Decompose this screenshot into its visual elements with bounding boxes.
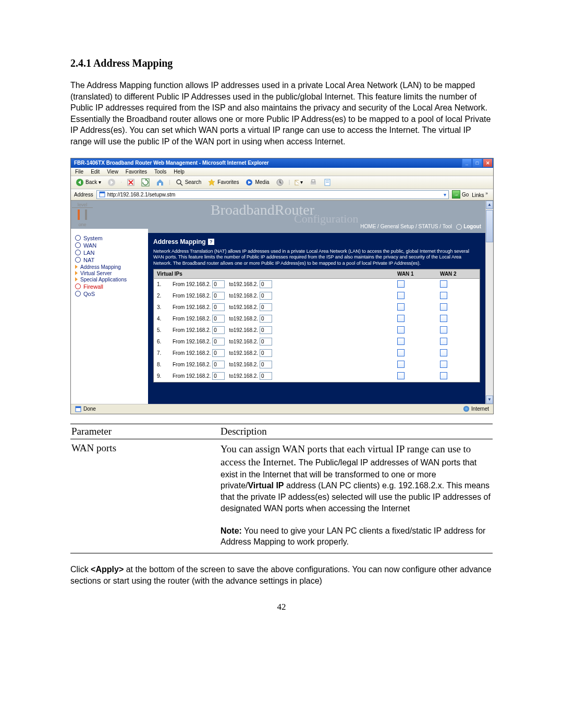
scroll-down-button[interactable]: ▼: [486, 396, 493, 404]
mail-button[interactable]: ▾: [293, 178, 304, 187]
wan1-checkbox[interactable]: [397, 280, 405, 288]
wan1-checkbox[interactable]: [397, 292, 405, 299]
minimize-button[interactable]: _: [462, 158, 472, 167]
scroll-thumb[interactable]: [486, 210, 493, 242]
wan2-checkbox[interactable]: [440, 326, 447, 334]
from-input[interactable]: 0: [212, 338, 225, 346]
window-title: FBR-1406TX Broadband Router Web Manageme…: [74, 160, 269, 166]
from-input[interactable]: 0: [212, 349, 225, 357]
row-number: 7.: [154, 348, 170, 359]
wan1-cell: [394, 371, 437, 382]
param-name: WAN ports: [70, 439, 219, 553]
param-desc: You can assign WAN ports that each virtu…: [219, 439, 493, 553]
sidebar-item-wan[interactable]: WAN: [75, 242, 145, 249]
sidebar-item-lan[interactable]: LAN: [75, 250, 145, 256]
to-input[interactable]: 0: [260, 349, 272, 357]
row-number: 3.: [154, 302, 170, 313]
wan2-checkbox[interactable]: [440, 292, 447, 299]
search-button[interactable]: Search: [174, 178, 203, 187]
to-input[interactable]: 0: [260, 361, 272, 368]
address-input[interactable]: http://192.168.2.1/setupw.stm ▾: [96, 190, 449, 199]
star-icon: [207, 178, 216, 187]
svg-rect-11: [312, 180, 315, 182]
to-input[interactable]: 0: [260, 326, 272, 334]
wan1-checkbox[interactable]: [397, 361, 405, 368]
wan2-checkbox[interactable]: [440, 303, 447, 311]
help-icon[interactable]: ?: [208, 239, 214, 245]
menu-file[interactable]: File: [75, 169, 83, 175]
sidebar-item-system[interactable]: System: [75, 235, 145, 241]
close-button[interactable]: ✕: [483, 158, 493, 167]
edit-button[interactable]: [322, 178, 334, 187]
svg-rect-4: [159, 183, 161, 186]
crumb-tool[interactable]: Tool: [443, 224, 452, 229]
col-wan2: WAN 2: [437, 269, 480, 278]
to-input[interactable]: 0: [260, 303, 272, 311]
wan2-checkbox[interactable]: [440, 280, 447, 288]
from-input[interactable]: 0: [212, 361, 225, 368]
wan2-checkbox[interactable]: [440, 315, 447, 322]
go-button[interactable]: → Go: [452, 190, 469, 199]
row-number: 8.: [154, 359, 170, 371]
favorites-button[interactable]: Favorites: [206, 178, 240, 187]
from-input[interactable]: 0: [212, 292, 225, 300]
zone-indicator: Internet: [463, 406, 489, 412]
from-input[interactable]: 0: [212, 280, 225, 288]
to-input[interactable]: 0: [260, 280, 272, 288]
menu-favorites[interactable]: Favorites: [126, 169, 147, 175]
wan1-checkbox[interactable]: [397, 349, 405, 356]
crumb-setup[interactable]: General Setup: [381, 224, 414, 229]
wan1-checkbox[interactable]: [397, 303, 405, 311]
sidebar-sub-special-apps[interactable]: Special Applications: [75, 277, 145, 282]
stop-button[interactable]: [125, 178, 137, 187]
wan1-checkbox[interactable]: [397, 326, 405, 334]
to-input[interactable]: 0: [260, 292, 272, 300]
wan2-checkbox[interactable]: [440, 338, 447, 345]
from-input[interactable]: 0: [212, 326, 225, 334]
scrollbar[interactable]: ▲ ▼: [485, 201, 493, 404]
refresh-button[interactable]: [140, 178, 151, 187]
section-heading: 2.4.1 Address Mapping: [70, 57, 493, 69]
menu-tools[interactable]: Tools: [154, 169, 166, 175]
back-button[interactable]: Back ▾: [74, 178, 103, 187]
sidebar-sub-virtual-server[interactable]: Virtual Server: [75, 270, 145, 276]
row-range: From 192.168.2. 0 to192.168.2. 0: [169, 302, 394, 313]
from-input[interactable]: 0: [212, 372, 225, 380]
links-button[interactable]: Links »: [472, 191, 490, 198]
to-input[interactable]: 0: [260, 315, 272, 323]
menu-edit[interactable]: Edit: [91, 169, 100, 175]
row-range: From 192.168.2. 0 to192.168.2. 0: [169, 290, 394, 302]
row-number: 1.: [154, 278, 170, 290]
menu-view[interactable]: View: [107, 169, 118, 175]
sidebar-item-qos[interactable]: QoS: [75, 291, 145, 297]
print-button[interactable]: [308, 178, 319, 187]
titlebar: FBR-1406TX Broadband Router Web Manageme…: [71, 158, 493, 168]
crumb-status[interactable]: STATUS: [419, 224, 438, 229]
menu-help[interactable]: Help: [174, 169, 185, 175]
from-input[interactable]: 0: [212, 315, 225, 323]
logout-link[interactable]: Logout: [463, 224, 481, 229]
media-button[interactable]: Media: [243, 178, 271, 187]
sidebar-item-firewall[interactable]: Firewall: [75, 283, 145, 290]
sidebar-item-nat[interactable]: NAT: [75, 257, 145, 263]
crumb-home[interactable]: HOME: [360, 224, 376, 229]
to-input[interactable]: 0: [260, 338, 272, 346]
home-button[interactable]: [154, 178, 166, 187]
table-row: 7.From 192.168.2. 0 to192.168.2. 0: [154, 348, 480, 359]
maximize-button[interactable]: □: [472, 158, 482, 167]
sidebar-sub-address-mapping[interactable]: Address Mapping: [75, 264, 145, 270]
forward-button[interactable]: [106, 178, 117, 187]
wan1-checkbox[interactable]: [397, 372, 405, 379]
status-text: Done: [83, 406, 96, 412]
wan1-checkbox[interactable]: [397, 315, 405, 322]
row-range: From 192.168.2. 0 to192.168.2. 0: [169, 359, 394, 371]
scroll-up-button[interactable]: ▲: [486, 201, 493, 209]
from-input[interactable]: 0: [212, 303, 225, 311]
wan2-checkbox[interactable]: [440, 349, 447, 356]
wan1-checkbox[interactable]: [397, 338, 405, 345]
history-button[interactable]: [274, 178, 286, 187]
wan2-checkbox[interactable]: [440, 361, 447, 368]
to-input[interactable]: 0: [260, 372, 272, 380]
wan2-checkbox[interactable]: [440, 372, 447, 379]
footer-note: Click <Apply> at the bottom of the scree…: [70, 564, 493, 586]
